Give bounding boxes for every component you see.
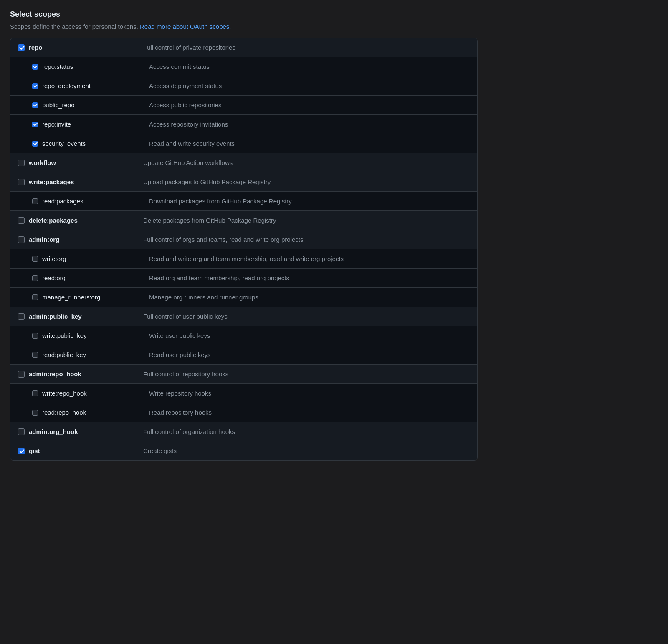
scope-description-gist: Create gists — [143, 447, 470, 454]
scope-description-write_org: Read and write org and team membership, … — [149, 255, 470, 262]
checkbox-repo_invite[interactable] — [32, 122, 38, 127]
scope-name-admin_org: admin:org — [29, 236, 59, 243]
scope-row-security_events: security_eventsRead and write security e… — [10, 134, 477, 153]
checkbox-security_events[interactable] — [32, 141, 38, 147]
scope-description-repo: Full control of private repositories — [143, 44, 470, 51]
scope-description-admin_repo_hook: Full control of repository hooks — [143, 370, 470, 378]
checkbox-read_public_key[interactable] — [32, 352, 38, 358]
scope-row-manage_runners_org: manage_runners:orgManage org runners and… — [10, 288, 477, 307]
scope-name-repo: repo — [29, 44, 43, 51]
checkbox-read_packages[interactable] — [32, 198, 38, 204]
page-container: Select scopes Scopes define the access f… — [10, 10, 478, 461]
scope-description-delete_packages: Delete packages from GitHub Package Regi… — [143, 217, 470, 224]
scope-row-admin_org: admin:orgFull control of orgs and teams,… — [10, 230, 477, 249]
scope-row-admin_org_hook: admin:org_hookFull control of organizati… — [10, 422, 477, 441]
scope-name-delete_packages: delete:packages — [29, 217, 78, 224]
checkbox-repo_deployment[interactable] — [32, 83, 38, 89]
scope-description-repo_invite: Access repository invitations — [149, 121, 470, 128]
scope-name-read_repo_hook: read:repo_hook — [42, 409, 86, 416]
checkbox-admin_repo_hook[interactable] — [18, 371, 25, 378]
scopes-table: repoFull control of private repositories… — [10, 38, 478, 461]
scope-description-security_events: Read and write security events — [149, 140, 470, 147]
checkbox-write_repo_hook[interactable] — [32, 390, 38, 396]
scope-row-admin_public_key: admin:public_keyFull control of user pub… — [10, 307, 477, 326]
scope-row-read_public_key: read:public_keyRead user public keys — [10, 345, 477, 365]
scope-row-write_repo_hook: write:repo_hookWrite repository hooks — [10, 384, 477, 403]
scope-row-public_repo: public_repoAccess public repositories — [10, 96, 477, 115]
scope-description-admin_org_hook: Full control of organization hooks — [143, 428, 470, 435]
scope-name-write_org: write:org — [42, 255, 66, 262]
scope-row-repo_deployment: repo_deploymentAccess deployment status — [10, 76, 477, 96]
section-title: Select scopes — [10, 10, 478, 19]
scope-description-workflow: Update GitHub Action workflows — [143, 159, 470, 166]
checkbox-read_repo_hook[interactable] — [32, 410, 38, 416]
scope-row-read_packages: read:packagesDownload packages from GitH… — [10, 192, 477, 211]
scope-name-write_public_key: write:public_key — [42, 332, 87, 339]
scope-description-write_packages: Upload packages to GitHub Package Regist… — [143, 178, 470, 185]
scope-description-public_repo: Access public repositories — [149, 101, 470, 109]
scope-name-admin_org_hook: admin:org_hook — [29, 428, 78, 435]
checkbox-repo_status[interactable] — [32, 64, 38, 70]
scope-name-gist: gist — [29, 447, 40, 454]
scope-row-gist: gistCreate gists — [10, 441, 477, 460]
scope-row-write_org: write:orgRead and write org and team mem… — [10, 249, 477, 269]
checkbox-admin_org_hook[interactable] — [18, 428, 25, 435]
scope-description-read_repo_hook: Read repository hooks — [149, 409, 470, 416]
scope-description-repo_deployment: Access deployment status — [149, 82, 470, 89]
scope-name-public_repo: public_repo — [42, 101, 75, 109]
checkbox-delete_packages[interactable] — [18, 217, 25, 224]
scope-row-read_repo_hook: read:repo_hookRead repository hooks — [10, 403, 477, 422]
scope-description-read_public_key: Read user public keys — [149, 351, 470, 358]
checkbox-read_org[interactable] — [32, 275, 38, 281]
scope-row-repo: repoFull control of private repositories — [10, 38, 477, 57]
scope-name-manage_runners_org: manage_runners:org — [42, 294, 100, 301]
scope-name-security_events: security_events — [42, 140, 86, 147]
scope-name-read_packages: read:packages — [42, 198, 83, 205]
scope-description-admin_org: Full control of orgs and teams, read and… — [143, 236, 470, 243]
scope-name-repo_invite: repo:invite — [42, 121, 71, 128]
checkbox-public_repo[interactable] — [32, 102, 38, 108]
scope-row-delete_packages: delete:packagesDelete packages from GitH… — [10, 211, 477, 230]
scope-row-repo_status: repo:statusAccess commit status — [10, 57, 477, 76]
scope-name-read_public_key: read:public_key — [42, 351, 86, 358]
checkbox-write_org[interactable] — [32, 256, 38, 262]
scope-name-repo_deployment: repo_deployment — [42, 82, 91, 89]
scope-row-read_org: read:orgRead org and team membership, re… — [10, 269, 477, 288]
scope-name-admin_repo_hook: admin:repo_hook — [29, 370, 81, 378]
scope-name-repo_status: repo:status — [42, 63, 73, 70]
checkbox-admin_org[interactable] — [18, 236, 25, 243]
scope-row-write_packages: write:packagesUpload packages to GitHub … — [10, 172, 477, 192]
scope-name-write_repo_hook: write:repo_hook — [42, 390, 87, 397]
scope-description-read_packages: Download packages from GitHub Package Re… — [149, 198, 470, 205]
scope-description-repo_status: Access commit status — [149, 63, 470, 70]
scope-row-write_public_key: write:public_keyWrite user public keys — [10, 326, 477, 345]
checkbox-repo[interactable] — [18, 44, 25, 51]
section-description: Scopes define the access for personal to… — [10, 23, 478, 30]
checkbox-workflow[interactable] — [18, 160, 25, 166]
scope-name-admin_public_key: admin:public_key — [29, 313, 82, 320]
scope-name-read_org: read:org — [42, 274, 66, 281]
checkbox-write_packages[interactable] — [18, 179, 25, 185]
scope-name-write_packages: write:packages — [29, 178, 74, 185]
scope-row-repo_invite: repo:inviteAccess repository invitations — [10, 115, 477, 134]
scope-description-manage_runners_org: Manage org runners and runner groups — [149, 294, 470, 301]
scope-row-workflow: workflowUpdate GitHub Action workflows — [10, 153, 477, 172]
scope-description-write_public_key: Write user public keys — [149, 332, 470, 339]
scope-row-admin_repo_hook: admin:repo_hookFull control of repositor… — [10, 365, 477, 384]
checkbox-admin_public_key[interactable] — [18, 313, 25, 320]
scope-name-workflow: workflow — [29, 159, 56, 166]
scope-description-read_org: Read org and team membership, read org p… — [149, 274, 470, 281]
checkbox-gist[interactable] — [18, 448, 25, 454]
checkbox-manage_runners_org[interactable] — [32, 294, 38, 300]
scope-description-write_repo_hook: Write repository hooks — [149, 390, 470, 397]
scope-description-admin_public_key: Full control of user public keys — [143, 313, 470, 320]
oauth-scopes-link[interactable]: Read more about OAuth scopes. — [140, 23, 231, 30]
checkbox-write_public_key[interactable] — [32, 333, 38, 339]
